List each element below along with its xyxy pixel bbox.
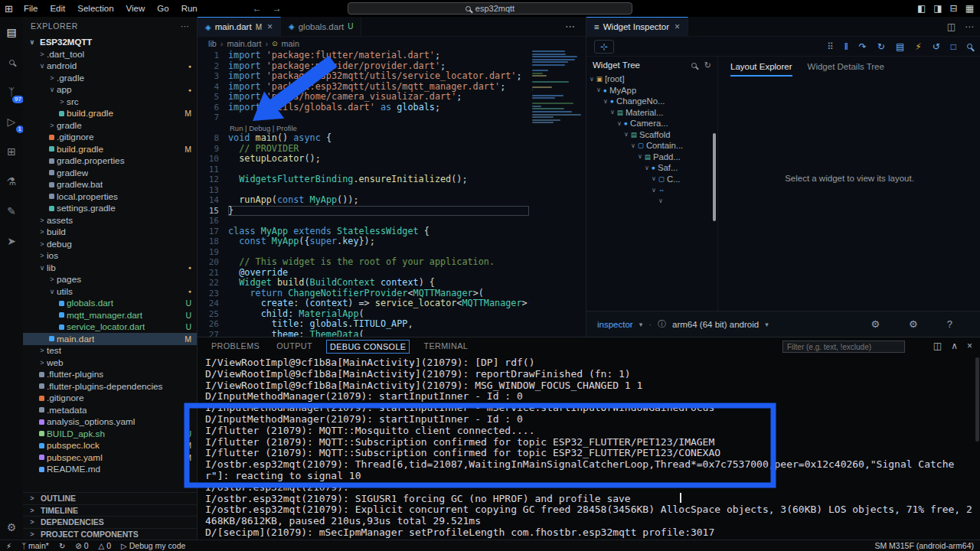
widget-tree-item[interactable]: ∨●Camera... <box>586 118 717 129</box>
folder-build[interactable]: >build <box>23 227 197 239</box>
debug-console-output[interactable]: I/ViewRootImpl@9cf1b8a[MainActivity](210… <box>205 357 974 539</box>
remote-icon[interactable]: ➤ <box>3 233 20 249</box>
testing-icon[interactable]: ⚗ <box>3 174 20 189</box>
file-pubspec.lock[interactable]: pubspec.lockM <box>23 440 197 452</box>
refresh-icon[interactable]: ↻ <box>877 41 885 52</box>
file-build.gradle[interactable]: build.gradleM <box>23 143 197 155</box>
widget-tree-item[interactable]: ∨▤Padd... <box>586 152 717 163</box>
inspector-dropdown[interactable]: inspector <box>597 320 633 329</box>
tab-layout-explorer[interactable]: Layout Explorer <box>730 57 792 77</box>
file-build.gradle[interactable]: build.gradleM <box>23 108 197 120</box>
folder-src[interactable]: >src <box>23 96 197 108</box>
warning-count[interactable]: △0 <box>99 541 112 550</box>
code-line-7[interactable]: 7 <box>198 112 586 123</box>
file-service-locator.dart[interactable]: service_locator.dartU <box>23 321 197 334</box>
code-line-14[interactable]: 14 runApp(const MyApp()); <box>198 195 586 206</box>
panel-layout-icon[interactable]: ◫ <box>933 341 942 351</box>
code-line-23[interactable]: 23 return ChangeNotifierProvider<MQTTMan… <box>198 289 586 299</box>
folder-web[interactable]: >web <box>23 357 197 369</box>
folder-.dart-tool[interactable]: >.dart_tool <box>23 48 197 60</box>
device-name[interactable]: SM M315F (android-arm64) <box>874 541 974 550</box>
widget-tree-item[interactable]: ∨●Saf... <box>586 162 717 174</box>
code-line-15[interactable]: 15} <box>198 206 586 217</box>
file-settings.gradle[interactable]: settings.gradle <box>23 203 197 215</box>
code-line-5[interactable]: 5import 'pages/home/camera_visualizar.da… <box>198 92 586 103</box>
editor-more-actions-icon[interactable]: ⋯ <box>565 21 575 32</box>
widget-tree-item[interactable]: ∨▣[root] <box>586 73 717 85</box>
widget-tree-item[interactable]: ∨▢Contain... <box>586 140 717 152</box>
menu-view[interactable]: View <box>120 4 152 13</box>
code-line-20[interactable]: 20 // This widget is the root of your ap… <box>198 257 586 268</box>
code-line-19[interactable]: 19 <box>198 247 586 258</box>
more-actions-icon[interactable]: ⋯ <box>181 21 189 31</box>
menu-edit[interactable]: Edit <box>44 4 71 13</box>
panel-tab-problems[interactable]: PROBLEMS <box>208 340 263 354</box>
file-build-apk.sh[interactable]: BUILD_apk.shU <box>23 428 197 440</box>
select-widget-mode-button[interactable]: ⊹ <box>594 40 614 54</box>
more-actions-icon[interactable]: ⋯ <box>965 21 974 32</box>
widget-tree-item[interactable]: ∨●MyApp <box>586 85 717 96</box>
project-root-item[interactable]: ∨ ESP32MQTT <box>23 35 197 48</box>
service-extensions-gear-icon[interactable]: ⚙ <box>909 318 918 330</box>
widget-tree-item[interactable]: ∨▤Scaffold <box>586 129 717 141</box>
file-.gitignore[interactable]: .gitignore <box>23 132 197 144</box>
settings-gear-icon[interactable]: ⚙ <box>871 318 880 330</box>
section-timeline[interactable]: >TIMELINE <box>23 504 197 517</box>
tab-widget-details-tree[interactable]: Widget Details Tree <box>808 57 884 77</box>
panel-tab-terminal[interactable]: TERMINAL <box>420 340 471 354</box>
folder-assets[interactable]: >assets <box>23 214 197 227</box>
code-line-10[interactable]: 10 setupLocator(); <box>198 154 586 165</box>
command-search-box[interactable]: esp32mqtt <box>348 2 632 15</box>
code-line-13[interactable]: 13 <box>198 185 586 196</box>
code-line-8[interactable]: 8void main() async { <box>198 133 586 144</box>
help-icon[interactable]: ? <box>947 318 952 330</box>
search-icon[interactable] <box>3 54 20 70</box>
layers-icon[interactable]: ▤ <box>896 41 904 52</box>
folder-utils[interactable]: ∨utils● <box>23 285 197 298</box>
flutter-tools-icon[interactable]: ✎ <box>3 204 20 219</box>
file-mqtt-manager.dart[interactable]: mqtt_manager.dartU <box>23 309 197 321</box>
file-.metadata[interactable]: .metadata <box>23 404 197 416</box>
widget-tree-item[interactable]: ∨⇔ <box>586 184 717 196</box>
code-line-6[interactable]: 6import 'utils/globals.dart' as globals; <box>198 103 586 113</box>
close-icon[interactable]: × <box>675 21 680 32</box>
file-.flutter-plugins[interactable]: .flutter-plugins <box>23 369 197 381</box>
file-pubspec.yaml[interactable]: pubspec.yamlM <box>23 452 197 464</box>
code-line-27[interactable]: 27 theme: ThemeData( <box>198 330 586 337</box>
layout-toggle-icon-4[interactable]: ▦ <box>965 3 974 14</box>
widget-tree-item[interactable]: ∨ <box>586 196 717 207</box>
grid-icon[interactable]: ⠿ <box>827 41 834 52</box>
widget-tree-item[interactable]: ∨▤Material... <box>586 107 717 119</box>
folder-pages[interactable]: >pages <box>23 274 197 286</box>
code-line-4[interactable]: 4import 'package:esp32mqtt/utils/mqtt_ma… <box>198 82 586 93</box>
console-scrollbar[interactable] <box>975 357 979 442</box>
section-outline[interactable]: >OUTLINE <box>23 492 197 504</box>
folder-lib[interactable]: ∨lib● <box>23 262 197 274</box>
code-editor[interactable]: 1import 'package:flutter/material.dart';… <box>198 51 586 337</box>
breadcrumb-item[interactable]: main.dart <box>227 39 261 48</box>
code-line-3[interactable]: 3import 'package:esp32mqtt/utils/service… <box>198 71 586 82</box>
file-gradle.properties[interactable]: gradle.properties <box>23 155 197 168</box>
breadcrumb-item[interactable]: lib <box>208 39 217 48</box>
panel-tab-debug-console[interactable]: DEBUG CONSOLE <box>326 340 410 354</box>
code-line-25[interactable]: 25 child: MaterialApp( <box>198 309 586 320</box>
error-count[interactable]: ⊘0 <box>75 541 88 550</box>
layout-toggle-icon-3[interactable]: ⊟ <box>950 3 958 14</box>
code-line-24[interactable]: 24 create: (context) => service_locator<… <box>198 298 586 309</box>
forward-icon[interactable]: → <box>273 3 282 14</box>
folder-test[interactable]: >test <box>23 345 197 357</box>
code-line-16[interactable]: 16 <box>198 216 586 227</box>
code-line-1[interactable]: 1import 'package:flutter/material.dart'; <box>198 51 586 61</box>
undo-icon[interactable]: ↺ <box>933 41 940 52</box>
refresh-icon[interactable]: ↻ <box>704 60 711 70</box>
code-line-26[interactable]: 26 title: globals.TITULO_APP, <box>198 319 586 330</box>
layout-toggle-icon-1[interactable]: ◧ <box>917 3 926 14</box>
menu-selection[interactable]: Selection <box>71 4 119 13</box>
step-icon[interactable]: ↷ <box>859 41 867 52</box>
bolt-icon[interactable]: ⚡ <box>915 41 921 52</box>
panel-tab-output[interactable]: OUTPUT <box>273 340 315 354</box>
tab-main-dart[interactable]: ◈main.dartM× <box>198 17 281 36</box>
breadcrumb-item[interactable]: main <box>282 39 299 48</box>
close-panel-icon[interactable]: × <box>967 341 972 351</box>
widget-tree-item[interactable]: ∨▢C... <box>586 174 717 185</box>
